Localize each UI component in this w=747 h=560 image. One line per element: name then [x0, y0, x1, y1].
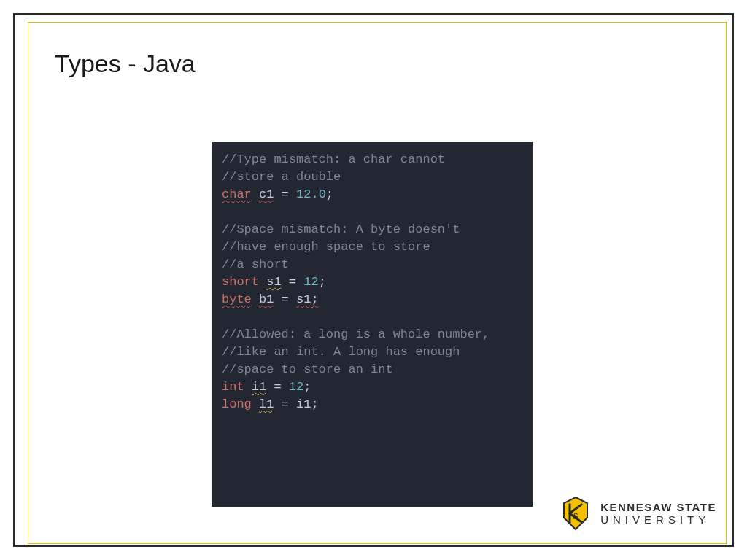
code-punct: ;: [326, 187, 333, 201]
code-operator: =: [274, 292, 296, 306]
code-number: 12.0: [296, 187, 326, 201]
code-comment: //have enough space to store: [222, 240, 430, 254]
code-number: 12: [303, 275, 318, 289]
code-operator: =: [266, 380, 289, 394]
code-block: //Type mismatch: a char cannot //store a…: [212, 142, 533, 507]
code-identifier: l1: [259, 397, 274, 411]
code-keyword: byte: [222, 292, 252, 306]
code-comment: //Space mismatch: A byte doesn't: [222, 222, 460, 236]
code-keyword: short: [222, 275, 259, 289]
code-keyword: char: [222, 187, 252, 201]
code-identifier: i1: [252, 380, 266, 394]
code-identifier: c1: [259, 187, 274, 201]
slide-title: Types - Java: [55, 50, 200, 78]
university-logo: S KENNESAW STATE UNIVERSITY: [558, 496, 716, 531]
code-comment: //space to store an int: [222, 362, 393, 376]
code-identifier: i1: [296, 397, 311, 411]
code-keyword: long: [222, 397, 252, 411]
code-identifier: s1: [296, 292, 311, 306]
code-comment: //a short: [222, 257, 289, 271]
logo-mark-icon: S: [558, 496, 593, 531]
code-operator: =: [274, 187, 296, 201]
code-comment: //store a double: [222, 170, 341, 184]
code-number: 12: [289, 380, 303, 394]
svg-text:S: S: [573, 511, 578, 521]
code-comment: //Type mismatch: a char cannot: [222, 152, 445, 166]
logo-line-1: KENNESAW STATE: [600, 502, 716, 513]
code-operator: =: [282, 275, 304, 289]
code-operator: =: [274, 397, 296, 411]
code-comment: //Allowed: a long is a whole number,: [222, 327, 489, 341]
code-identifier: s1: [266, 275, 281, 289]
code-keyword: int: [222, 380, 244, 394]
code-punct: ;: [311, 292, 318, 306]
code-punct: ;: [303, 380, 311, 394]
code-punct: ;: [311, 397, 318, 411]
code-comment: //like an int. A long has enough: [222, 345, 460, 359]
code-identifier: b1: [259, 292, 274, 306]
logo-line-2: UNIVERSITY: [600, 514, 716, 525]
code-punct: ;: [319, 275, 326, 289]
logo-text: KENNESAW STATE UNIVERSITY: [600, 502, 716, 525]
